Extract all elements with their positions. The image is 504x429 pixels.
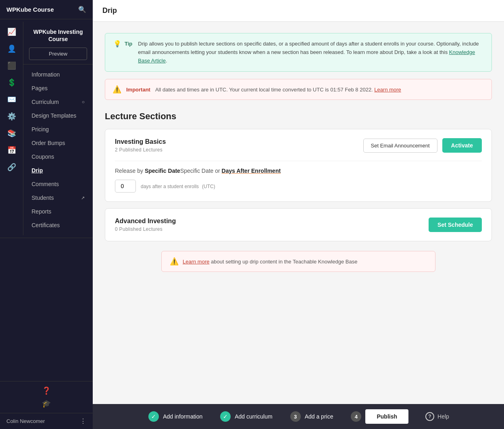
external-link-icon: ↗	[81, 195, 85, 201]
sidebar-item-pages[interactable]: Pages	[23, 81, 93, 95]
sidebar-item-comments[interactable]: Comments	[23, 177, 93, 191]
analytics-icon[interactable]: 📈	[4, 24, 19, 39]
learn-more-text: Learn more about setting up drip content…	[183, 259, 357, 265]
days-label: days after a student enrolls (UTC)	[141, 183, 215, 189]
tip-label: 💡 Tip	[113, 40, 132, 48]
sidebar-nav: Information Pages Curriculum ○ Design Te…	[23, 64, 93, 235]
user-menu-icon[interactable]: ⋮	[80, 417, 86, 425]
user-info-bar: Colin Newcomer ⋮	[0, 413, 93, 429]
step3-label: Add a price	[305, 413, 333, 420]
help-icon[interactable]: ❓	[42, 386, 51, 395]
page-title: Drip	[102, 6, 117, 15]
mail-icon[interactable]: ✉️	[4, 92, 19, 107]
calendar-icon[interactable]: 📅	[4, 143, 19, 158]
lecture-card-investing-basics: Investing Basics 2 Published Lectures Se…	[105, 129, 492, 202]
sidebar-item-curriculum[interactable]: Curriculum ○	[23, 95, 93, 109]
lecture-card-info: Investing Basics 2 Published Lectures	[115, 138, 166, 153]
lecture-card-top-2: Advanced Investing 0 Published Lectures …	[115, 218, 482, 232]
sidebar-item-information[interactable]: Information	[23, 68, 93, 81]
curriculum-icon: ○	[82, 99, 85, 105]
lecture-card-advanced-investing: Advanced Investing 0 Published Lectures …	[105, 208, 492, 241]
main-content-area: Drip 💡 Tip Drip allows you to publish le…	[93, 0, 504, 429]
lecture-card-actions: Set Email Announcement Activate	[363, 138, 482, 153]
search-icon[interactable]: 🔍	[78, 6, 86, 13]
set-schedule-button[interactable]: Set Schedule	[429, 218, 482, 232]
sidebar-item-design-templates[interactable]: Design Templates	[23, 109, 93, 122]
learn-more-icon: ⚠️	[170, 257, 179, 266]
step-3-add-price[interactable]: 3 Add a price	[281, 411, 342, 422]
important-icon: ⚠️	[112, 85, 121, 94]
lecture-section-name: Investing Basics	[115, 138, 166, 145]
release-label: Release by Specific DateSpecific Date or…	[115, 168, 482, 174]
release-section: Release by Specific DateSpecific Date or…	[115, 161, 482, 193]
step1-check-icon: ✓	[148, 411, 159, 422]
network-icon[interactable]: 🔗	[4, 160, 19, 175]
preview-button[interactable]: Preview	[29, 48, 87, 60]
lecture-sections-title: Lecture Sections	[105, 111, 492, 122]
step4-num: 4	[351, 411, 361, 422]
settings-icon[interactable]: ⚙️	[4, 109, 19, 124]
lecture-published-count-2: 0 Published Lectures	[115, 226, 176, 232]
lecture-section-name-2: Advanced Investing	[115, 218, 176, 225]
step2-check-icon: ✓	[220, 411, 231, 422]
page-header: Drip	[93, 0, 504, 22]
step2-label: Add curriculum	[235, 413, 272, 420]
step3-num: 3	[290, 411, 301, 422]
sidebar-header: WPKube Course 🔍	[0, 0, 93, 19]
lecture-published-count: 2 Published Lectures	[115, 147, 166, 153]
learn-more-important-link[interactable]: Learn more	[374, 87, 401, 93]
sidebar-item-students[interactable]: Students ↗	[23, 191, 93, 205]
help-circle-icon: ?	[425, 412, 434, 421]
lecture-card-info-2: Advanced Investing 0 Published Lectures	[115, 218, 176, 232]
app-name: WPKube Course	[6, 6, 54, 13]
sidebar-item-reports[interactable]: Reports	[23, 205, 93, 218]
days-input-row: days after a student enrolls (UTC)	[115, 180, 482, 193]
graduation-icon[interactable]: 🎓	[42, 399, 51, 408]
important-box: ⚠️ Important All dates and times are in …	[105, 79, 492, 100]
sidebar-item-order-bumps[interactable]: Order Bumps	[23, 136, 93, 150]
important-label: Important	[126, 87, 150, 93]
lecture-card-top: Investing Basics 2 Published Lectures Se…	[115, 138, 482, 153]
activate-button[interactable]: Activate	[442, 138, 482, 153]
tip-text: Drip allows you to publish lecture secti…	[138, 40, 483, 65]
library-icon[interactable]: 📚	[4, 126, 19, 141]
publish-button[interactable]: Publish	[365, 409, 408, 424]
sidebar-item-coupons[interactable]: Coupons	[23, 150, 93, 164]
lightbulb-icon: 💡	[113, 40, 121, 48]
learn-more-box: ⚠️ Learn more about setting up drip cont…	[161, 251, 435, 272]
lecture-card-actions-2: Set Schedule	[429, 218, 482, 232]
sidebar: WPKube Course 🔍 📈 👤 ⬛ 💲 ✉️ ⚙️ 📚 📅 🔗 WPKu…	[0, 0, 93, 429]
step-1-add-information[interactable]: ✓ Add information	[140, 411, 211, 422]
set-email-announcement-button[interactable]: Set Email Announcement	[363, 139, 437, 153]
course-name: WPKube Investing Course	[29, 28, 87, 43]
sidebar-item-certificates[interactable]: Certificates	[23, 218, 93, 232]
dashboard-icon[interactable]: ⬛	[4, 58, 19, 73]
help-step[interactable]: ? Help	[417, 412, 457, 421]
specific-date-option[interactable]: Specific Date	[145, 168, 180, 174]
tip-box: 💡 Tip Drip allows you to publish lecture…	[105, 33, 492, 72]
step1-label: Add information	[163, 413, 202, 420]
important-text: All dates and times are in UTC. Your cur…	[155, 87, 401, 93]
sidebar-item-pricing[interactable]: Pricing	[23, 122, 93, 136]
help-label: Help	[437, 413, 449, 420]
user-name: Colin Newcomer	[6, 418, 45, 424]
days-after-enrollment-input[interactable]	[115, 180, 136, 193]
bottom-progress-bar: ✓ Add information ✓ Add curriculum 3 Add…	[93, 404, 504, 429]
sidebar-item-drip[interactable]: Drip	[23, 164, 93, 177]
users-icon[interactable]: 👤	[4, 41, 19, 56]
course-section: WPKube Investing Course Preview	[23, 22, 93, 64]
revenue-icon[interactable]: 💲	[4, 75, 19, 90]
step-4-publish[interactable]: 4 Publish	[342, 409, 417, 424]
days-after-enrollment-option[interactable]: Days After Enrollment	[222, 168, 281, 174]
learn-more-drip-link[interactable]: Learn more	[183, 259, 209, 265]
step-2-add-curriculum[interactable]: ✓ Add curriculum	[211, 411, 281, 422]
page-content: 💡 Tip Drip allows you to publish lecture…	[93, 22, 504, 429]
